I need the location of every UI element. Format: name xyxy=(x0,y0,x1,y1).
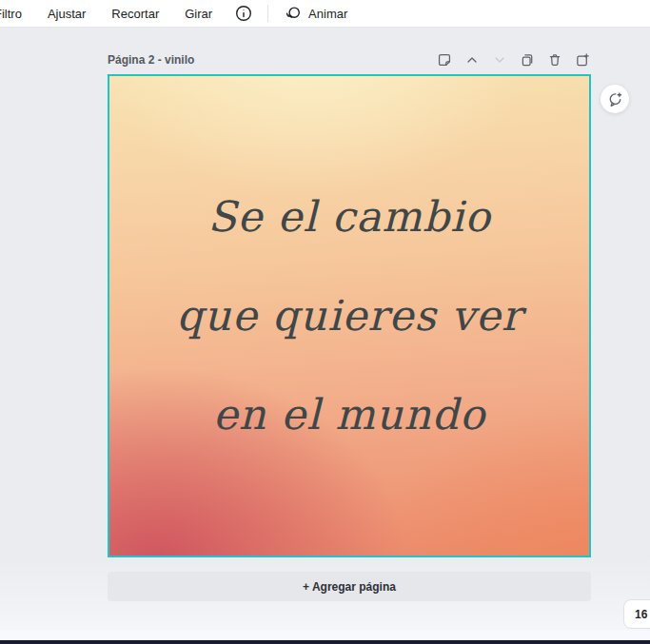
add-page-icon-button[interactable] xyxy=(574,51,591,68)
canvas-text-line[interactable]: que quieres ver xyxy=(109,266,589,365)
chevron-up-icon xyxy=(464,52,480,68)
info-icon xyxy=(235,5,252,22)
footer-strip xyxy=(0,631,650,640)
delete-page-button[interactable] xyxy=(546,51,563,68)
rotate-button[interactable]: Girar xyxy=(185,3,212,25)
context-toolbar: Filtro Ajustar Recortar Girar An xyxy=(0,0,650,28)
add-page-icon xyxy=(575,52,590,68)
animate-button[interactable]: Animar xyxy=(284,2,347,26)
duplicate-icon xyxy=(520,52,535,68)
info-button[interactable] xyxy=(233,3,254,24)
zoom-level-chip[interactable]: 16 xyxy=(623,599,650,629)
canvas-text-line[interactable]: Se el cambio xyxy=(109,167,589,266)
move-page-up-button[interactable] xyxy=(463,51,481,68)
trash-icon xyxy=(547,52,562,68)
crop-button[interactable]: Recortar xyxy=(111,3,159,25)
bottom-bar xyxy=(0,640,650,644)
add-comment-icon xyxy=(607,91,623,107)
notes-button[interactable] xyxy=(436,51,453,68)
toolbar-divider xyxy=(267,5,268,22)
canvas-text-line[interactable]: en el mundo xyxy=(109,365,589,464)
move-page-down-button[interactable] xyxy=(491,51,508,68)
animate-icon xyxy=(284,6,301,22)
filter-button[interactable]: Filtro xyxy=(0,3,22,25)
animate-label: Animar xyxy=(308,7,347,21)
canvas-text-block: Se el cambio que quieres ver en el mundo xyxy=(109,167,589,464)
page-title[interactable]: Página 2 - vinilo xyxy=(108,53,194,67)
duplicate-page-button[interactable] xyxy=(519,51,536,68)
chevron-down-icon xyxy=(492,52,507,68)
canva-editor: Filtro Ajustar Recortar Girar An xyxy=(0,0,650,644)
add-comment-button[interactable] xyxy=(601,85,629,113)
design-canvas[interactable]: Se el cambio que quieres ver en el mundo xyxy=(108,74,591,557)
adjust-button[interactable]: Ajustar xyxy=(48,3,86,25)
page-block: Página 2 - vinilo xyxy=(108,46,591,601)
editor-workspace: Página 2 - vinilo xyxy=(0,29,650,644)
page-actions xyxy=(436,51,591,68)
notes-icon xyxy=(437,52,452,68)
zoom-level-value: 16 xyxy=(635,608,647,621)
add-page-button[interactable]: + Agregar página xyxy=(108,572,591,601)
page-header: Página 2 - vinilo xyxy=(108,46,591,74)
